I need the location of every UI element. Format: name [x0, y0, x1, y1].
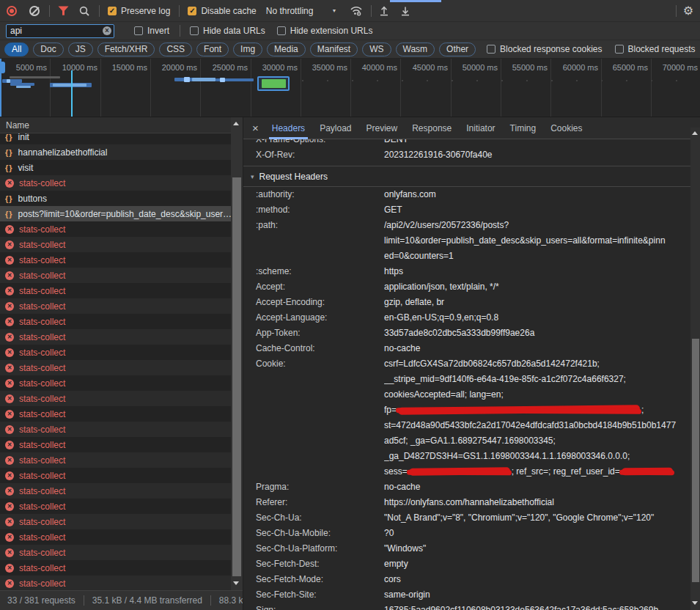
request-name: hannahelizabethofficial [18, 147, 108, 158]
settings-button[interactable]: ⚙ [683, 5, 693, 17]
request-row[interactable]: ✕stats-collect [0, 452, 231, 468]
search-button[interactable] [79, 6, 89, 16]
hide-extension-urls-checkbox[interactable]: Hide extension URLs [277, 26, 373, 36]
header-row: Sec-Ch-Ua-Platform:"Windows" [243, 541, 690, 556]
request-row[interactable]: ✕stats-collect [0, 514, 231, 529]
request-row[interactable]: {}hannahelizabethofficial [0, 144, 231, 160]
network-conditions-button[interactable] [350, 5, 363, 16]
filter-chip-font[interactable]: Font [196, 43, 229, 56]
request-row[interactable]: ✕stats-collect [0, 329, 231, 345]
request-row[interactable]: ✕stats-collect [0, 468, 231, 483]
header-value-line: https [384, 264, 690, 279]
header-value: DENY [384, 139, 690, 147]
request-row[interactable]: ✕stats-collect [0, 560, 231, 576]
close-icon[interactable]: × [252, 122, 259, 134]
detail-scrollbar[interactable] [690, 128, 700, 610]
chevron-down-icon: ▼ [331, 8, 336, 13]
request-row[interactable]: ✕stats-collect [0, 375, 231, 391]
requests-scrollbar-thumb[interactable] [232, 177, 241, 576]
request-row[interactable]: ✕stats-collect [0, 391, 231, 406]
header-row: Accept-Language:en-GB,en-US;q=0.9,en;q=0… [243, 310, 690, 326]
invert-checkbox[interactable]: Invert [134, 26, 169, 36]
request-row[interactable]: ✕stats-collect [0, 237, 231, 252]
tab-response[interactable]: Response [405, 117, 459, 139]
request-row[interactable]: ✕stats-collect [0, 283, 231, 298]
name-column-header[interactable]: Name [0, 117, 231, 133]
request-name: visit [18, 163, 34, 173]
requests-scrollbar[interactable] [231, 117, 243, 590]
filter-chip-doc[interactable]: Doc [33, 43, 63, 56]
timeline-gridline [601, 59, 602, 117]
network-overview-timeline[interactable]: 5000 ms10000 ms15000 ms20000 ms25000 ms3… [0, 59, 700, 117]
checkbox-icon [615, 45, 624, 54]
request-row[interactable]: ✕stats-collect [0, 345, 231, 360]
error-icon: ✕ [5, 533, 14, 542]
request-row[interactable]: ✕stats-collect [0, 314, 231, 329]
scroll-up-icon[interactable] [233, 122, 239, 125]
tab-payload[interactable]: Payload [312, 117, 358, 139]
error-icon: ✕ [5, 456, 14, 465]
import-har-button[interactable] [378, 5, 390, 17]
clear-filter-icon[interactable]: × [103, 26, 111, 35]
filter-chip-wasm[interactable]: Wasm [396, 43, 435, 56]
filter-toggle-button[interactable] [58, 6, 69, 15]
timeline-gridline [50, 59, 51, 117]
tab-preview[interactable]: Preview [359, 117, 405, 139]
request-row[interactable]: ✕stats-collect [0, 268, 231, 283]
request-row[interactable]: ✕stats-collect [0, 175, 231, 191]
request-row[interactable]: {}posts?limit=10&order=publish_date_desc… [0, 206, 231, 221]
blocked-requests-checkbox[interactable]: Blocked requests [615, 44, 696, 54]
request-row[interactable]: {}buttons [0, 191, 231, 206]
record-button[interactable] [7, 6, 17, 16]
request-name: stats-collect [19, 548, 65, 558]
filter-chip-js[interactable]: JS [68, 43, 93, 56]
request-row[interactable]: ✕stats-collect [0, 545, 231, 560]
request-row[interactable]: {}visit [0, 160, 231, 175]
filter-input[interactable] [6, 24, 114, 38]
filter-chip-manifest[interactable]: Manifest [310, 43, 358, 56]
filter-chip-css[interactable]: CSS [159, 43, 192, 56]
request-name: stats-collect [19, 301, 65, 312]
tab-initiator[interactable]: Initiator [459, 117, 502, 139]
header-value-line: fp=; [384, 403, 690, 418]
overview-drag-handle[interactable] [0, 62, 5, 73]
export-har-button[interactable] [399, 5, 411, 17]
filter-chip-all[interactable]: All [4, 43, 29, 56]
filter-chip-img[interactable]: Img [233, 43, 262, 56]
header-value: GET [384, 202, 690, 218]
request-row[interactable]: ✕stats-collect [0, 360, 231, 375]
header-row: Sec-Fetch-Mode:cors [243, 572, 690, 587]
request-row[interactable]: ✕stats-collect [0, 406, 231, 422]
hide-data-urls-checkbox[interactable]: Hide data URLs [190, 26, 265, 36]
detail-scrollbar-thumb[interactable] [692, 339, 699, 582]
request-row[interactable]: ✕stats-collect [0, 529, 231, 545]
status-divider [210, 595, 211, 606]
request-row[interactable]: {}init [0, 133, 231, 144]
tab-cookies[interactable]: Cookies [543, 117, 589, 139]
header-row: Pragma:no-cache [243, 479, 690, 495]
request-row[interactable]: ✕stats-collect [0, 252, 231, 268]
clear-button[interactable] [29, 6, 40, 16]
filter-chip-other[interactable]: Other [439, 43, 476, 56]
header-name: X-Of-Rev: [243, 147, 384, 163]
request-row[interactable]: ✕stats-collect [0, 221, 231, 237]
blocked-response-cookies-checkbox[interactable]: Blocked response cookies [487, 44, 602, 54]
request-row[interactable]: ✕stats-collect [0, 422, 231, 437]
request-row[interactable]: ✕stats-collect [0, 298, 231, 314]
throttling-select[interactable]: No throttling ▼ [266, 6, 337, 16]
request-headers-section-header[interactable]: ▾Request Headers [243, 166, 690, 187]
filter-chip-ws[interactable]: WS [362, 43, 391, 56]
disable-cache-checkbox[interactable]: ✓ Disable cache [188, 6, 256, 16]
filter-chip-media[interactable]: Media [267, 43, 306, 56]
filter-chip-fetch-xhr[interactable]: Fetch/XHR [97, 43, 155, 56]
scroll-down-icon[interactable] [692, 601, 698, 605]
request-row[interactable]: ✕stats-collect [0, 437, 231, 452]
preserve-log-checkbox[interactable]: ✓ Preserve log [108, 6, 170, 16]
tab-timing[interactable]: Timing [503, 117, 544, 139]
scroll-up-icon[interactable] [692, 131, 698, 135]
request-row[interactable]: ✕stats-collect [0, 576, 231, 590]
request-row[interactable]: ✕stats-collect [0, 499, 231, 514]
scroll-down-icon[interactable] [233, 581, 239, 585]
tab-headers[interactable]: Headers [265, 117, 312, 139]
request-row[interactable]: ✕stats-collect [0, 483, 231, 499]
